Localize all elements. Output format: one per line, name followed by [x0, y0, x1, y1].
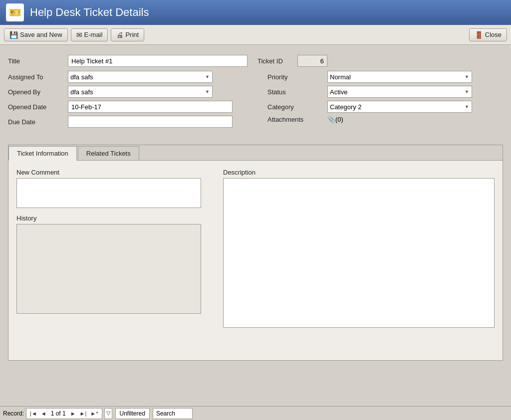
status-label: Status [267, 88, 327, 96]
close-icon: 🚪 [475, 31, 483, 39]
category-wrapper: Category 1 Category 2 Category 3 [327, 101, 472, 113]
attachments-label: Attachments [267, 116, 327, 123]
title-label: Title [8, 57, 68, 65]
tabs-header: Ticket Information Related Tickets [8, 145, 503, 161]
priority-wrapper: Normal High Low [327, 71, 472, 83]
record-info: 1 of 1 [51, 410, 66, 417]
toolbar: 💾 Save and New ✉ E-mail 🖨 Print 🚪 Close [0, 25, 511, 45]
print-icon: 🖨 [116, 31, 123, 39]
right-panel: Description [223, 169, 495, 329]
next-record-button[interactable]: ► [69, 410, 77, 417]
category-label: Category [267, 103, 327, 111]
history-box [16, 224, 201, 314]
header: 🎫 Help Desk Ticket Details [0, 0, 511, 25]
opened-date-label: Opened Date [8, 103, 68, 111]
search-box[interactable]: Search [153, 408, 193, 419]
due-date-row: Due Date [8, 116, 267, 128]
tabs-content: New Comment History Description [8, 161, 503, 360]
status-select[interactable]: Active Closed Pending [327, 86, 472, 98]
opened-by-wrapper: dfa safs [68, 86, 213, 98]
save-icon: 💾 [9, 31, 18, 39]
description-label: Description [223, 169, 495, 176]
close-button[interactable]: 🚪 Close [469, 28, 507, 41]
form-columns: Assigned To dfa safs Opened By dfa safs [8, 71, 503, 131]
filter-info: Unfiltered [115, 408, 150, 419]
assigned-to-label: Assigned To [8, 73, 68, 81]
assigned-to-wrapper: dfa safs [68, 71, 213, 83]
opened-date-row: Opened Date [8, 101, 267, 113]
page-title: Help Desk Ticket Details [30, 6, 149, 19]
priority-select[interactable]: Normal High Low [327, 71, 472, 83]
navigation-controls: |◄ ◄ 1 of 1 ► ►| ►* [26, 408, 102, 419]
email-label: E-mail [84, 31, 103, 38]
title-input[interactable] [68, 55, 248, 67]
close-label: Close [485, 31, 502, 38]
opened-by-row: Opened By dfa safs [8, 86, 267, 98]
filter-button[interactable]: ▽ [104, 408, 112, 419]
opened-by-select[interactable]: dfa safs [68, 86, 213, 98]
right-form-col: Priority Normal High Low Status Active [267, 71, 503, 131]
app-icon: 🎫 [6, 3, 24, 21]
title-row: Title Ticket ID [8, 55, 503, 67]
print-button[interactable]: 🖨 Print [111, 28, 144, 41]
assigned-to-select[interactable]: dfa safs [68, 71, 213, 83]
form-area: Title Ticket ID Assigned To dfa safs O [8, 51, 503, 135]
left-form-col: Assigned To dfa safs Opened By dfa safs [8, 71, 267, 131]
tabs-section: Ticket Information Related Tickets New C… [8, 145, 503, 361]
left-panel: New Comment History [16, 169, 211, 329]
save-and-new-label: Save and New [20, 31, 62, 38]
priority-label: Priority [267, 73, 327, 81]
tab-related-tickets[interactable]: Related Tickets [78, 146, 139, 160]
save-and-new-button[interactable]: 💾 Save and New [4, 28, 68, 41]
main-content: Title Ticket ID Assigned To dfa safs O [0, 45, 511, 367]
inner-form: New Comment History Description [16, 169, 495, 329]
category-select[interactable]: Category 1 Category 2 Category 3 [327, 101, 472, 113]
prev-record-button[interactable]: ◄ [39, 410, 48, 417]
new-comment-textarea[interactable] [16, 178, 201, 208]
print-label: Print [125, 31, 139, 38]
status-wrapper: Active Closed Pending [327, 86, 472, 98]
assigned-to-row: Assigned To dfa safs [8, 71, 267, 83]
attachment-area: 📎(0) [327, 116, 343, 123]
tab-ticket-information[interactable]: Ticket Information [8, 146, 77, 161]
last-record-button[interactable]: ►| [78, 410, 88, 417]
category-row: Category Category 1 Category 2 Category … [267, 101, 503, 113]
email-icon: ✉ [76, 31, 82, 39]
new-comment-label: New Comment [16, 169, 211, 176]
email-button[interactable]: ✉ E-mail [71, 28, 108, 41]
due-date-input[interactable] [68, 116, 233, 128]
attachments-value[interactable]: 📎(0) [327, 116, 343, 123]
opened-by-label: Opened By [8, 88, 68, 96]
ticket-id-label: Ticket ID [257, 57, 297, 65]
priority-row: Priority Normal High Low [267, 71, 503, 83]
description-textarea[interactable] [223, 178, 495, 328]
new-record-button[interactable]: ►* [89, 410, 99, 417]
status-row: Status Active Closed Pending [267, 86, 503, 98]
record-label: Record: [3, 410, 24, 417]
first-record-button[interactable]: |◄ [28, 410, 38, 417]
statusbar: Record: |◄ ◄ 1 of 1 ► ►| ►* ▽ Unfiltered… [0, 406, 511, 420]
due-date-label: Due Date [8, 118, 68, 126]
attachments-row: Attachments 📎(0) [267, 116, 503, 123]
history-label: History [16, 214, 211, 222]
opened-date-input[interactable] [68, 101, 233, 113]
ticket-id-input [297, 55, 327, 67]
filter-section: ▽ Unfiltered Search [104, 408, 193, 419]
